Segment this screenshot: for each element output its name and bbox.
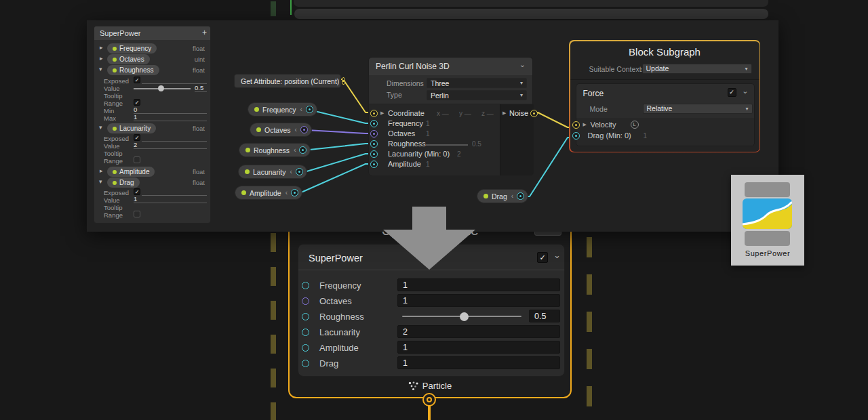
param-node-amplitude[interactable]: Amplitude ‹ [235, 186, 302, 200]
flow-anchor-dash-green [271, 1, 276, 16]
bb-pill-roughness[interactable]: Roughness [107, 65, 159, 75]
port-float-out-icon[interactable] [517, 192, 524, 200]
exposed-checkbox[interactable]: ✓ [134, 77, 140, 83]
param-node-roughness[interactable]: Roughness ‹ [239, 143, 311, 157]
param-node-drag[interactable]: Drag ‹ [477, 189, 528, 203]
get-attribute-node[interactable]: Get Attribute: position (Current) [234, 74, 341, 88]
port-float-icon[interactable] [302, 360, 309, 367]
expander-icon[interactable]: ▶ [380, 110, 384, 116]
port-float-out-icon[interactable] [306, 106, 313, 113]
range-checkbox[interactable]: ✓ [134, 99, 140, 106]
port-float-in-icon[interactable] [370, 150, 378, 158]
port-float-in-icon[interactable] [370, 120, 378, 127]
collapse-icon[interactable]: ‹ [511, 192, 513, 200]
port-float-icon[interactable] [302, 313, 309, 320]
param-node-octaves[interactable]: Octaves ‹ [250, 123, 312, 137]
collapse-icon[interactable]: ‹ [295, 126, 297, 133]
field-label: Range [104, 211, 123, 219]
force-block[interactable]: Force ✓ ⌄ Mode Relative ▾ ▶ Velocity L [576, 83, 755, 146]
value-field[interactable]: 1 [134, 195, 207, 203]
param-dot-icon [245, 169, 250, 174]
value-field[interactable]: 1 [397, 294, 560, 307]
param-node-frequency[interactable]: Frequency ‹ [248, 102, 317, 117]
value-field[interactable]: 1 [397, 278, 560, 291]
port-float-icon[interactable] [302, 329, 309, 336]
expand-icon[interactable]: ▾ [99, 124, 102, 131]
bb-pill-amplitude[interactable]: Amplitude [107, 167, 155, 177]
expander-icon[interactable]: ▶ [502, 110, 506, 116]
superpower-asset-card[interactable]: SuperPower [731, 175, 804, 266]
bb-pill-lacunarity[interactable]: Lacunarity [107, 123, 156, 133]
local-space-badge[interactable]: L [631, 121, 639, 129]
slider-handle[interactable] [460, 312, 469, 321]
port-coordinate-in-icon[interactable] [370, 110, 378, 117]
param-dot-icon [245, 148, 250, 152]
dimensions-dropdown[interactable]: Three ▾ [427, 78, 527, 88]
check-icon: ✓ [135, 135, 140, 141]
force-enabled-checkbox[interactable]: ✓ [728, 88, 736, 97]
port-velocity-in-icon[interactable] [572, 121, 580, 129]
port-uint-in-icon[interactable] [370, 130, 378, 138]
expand-icon[interactable]: ▸ [100, 44, 103, 51]
value-field[interactable]: 2 [134, 141, 207, 149]
bb-slider-value[interactable]: 0.5 [195, 84, 207, 92]
blackboard-panel[interactable]: SuperPower + ▸ Frequency float ▸ Octaves… [94, 26, 211, 224]
input-row-amplitude: Amplitude 1 [369, 159, 500, 169]
expand-icon[interactable]: ▾ [99, 66, 102, 72]
port-float-out-icon[interactable] [296, 168, 303, 175]
port-float-in-icon[interactable] [370, 140, 378, 148]
expand-icon[interactable]: ▾ [99, 178, 102, 185]
collapse-icon[interactable]: ‹ [294, 146, 296, 154]
range-checkbox[interactable] [134, 211, 140, 217]
field-label: Exposed [104, 77, 129, 85]
port-uint-out-icon[interactable] [300, 126, 308, 133]
port-uint-icon[interactable] [302, 297, 309, 305]
bb-pill-drag[interactable]: Drag [107, 177, 140, 188]
port-float-in-icon[interactable] [370, 161, 378, 168]
perlin-curl-noise-node[interactable]: Perlin Curl Noise 3D ⌄ Dimensions Three … [368, 57, 533, 175]
type-dropdown[interactable]: Perlin ▾ [427, 90, 527, 100]
param-node-lacunarity[interactable]: Lacunarity ‹ [238, 165, 307, 179]
value-field[interactable]: 1 [397, 356, 560, 369]
collapse-icon[interactable]: ‹ [290, 168, 292, 175]
value-field[interactable]: 1 [397, 341, 560, 354]
value-field[interactable]: 0.5 [529, 310, 560, 322]
property-label: Frequency [119, 45, 151, 52]
block-collapse-chevron-icon[interactable]: ⌄ [553, 250, 561, 260]
update-particle-context[interactable]: Update Particle SuperPower ✓ ⌄ Frequency… [288, 215, 572, 398]
bb-pill-octaves[interactable]: Octaves [107, 54, 150, 64]
param-dot-icon [113, 127, 117, 131]
field-label: Tooltip [104, 150, 122, 157]
input-row-frequency: Frequency 1 [369, 119, 500, 129]
bb-slider-handle[interactable] [158, 85, 164, 91]
context-output-port[interactable] [422, 393, 436, 406]
exposed-checkbox[interactable]: ✓ [134, 134, 140, 141]
node-collapse-chevron-icon[interactable]: ⌄ [519, 60, 526, 69]
range-checkbox[interactable] [134, 156, 140, 163]
expand-icon[interactable]: ▸ [100, 167, 103, 174]
port-float-out-icon[interactable] [291, 189, 298, 196]
port-float-icon[interactable] [302, 282, 309, 289]
add-property-button[interactable]: + [202, 28, 207, 37]
collapse-icon[interactable]: ‹ [285, 189, 288, 196]
block-enabled-checkbox[interactable]: ✓ [537, 252, 548, 263]
port-drag-in-icon[interactable] [572, 132, 580, 140]
value-field[interactable]: 2 [397, 325, 560, 338]
exposed-checkbox[interactable]: ✓ [134, 188, 140, 195]
max-field[interactable]: 1 [134, 113, 207, 121]
expand-icon[interactable]: ▸ [100, 55, 103, 62]
port-noise-out-icon[interactable] [530, 110, 538, 117]
mode-dropdown[interactable]: Relative ▾ [643, 104, 753, 114]
suitable-contexts-dropdown[interactable]: Update ▾ [642, 64, 752, 74]
superpower-block[interactable]: SuperPower ✓ ⌄ Frequency 1 Octaves 1 Rou… [298, 244, 565, 377]
collapse-icon[interactable]: ‹ [300, 106, 302, 113]
bb-pill-frequency[interactable]: Frequency [107, 43, 157, 54]
block-subgraph-panel[interactable]: Block Subgraph Suitable Contexts Update … [569, 40, 760, 152]
blackboard-header: SuperPower + [94, 26, 210, 40]
port-float-icon[interactable] [302, 344, 309, 352]
force-collapse-chevron-icon[interactable]: ⌄ [742, 87, 748, 96]
check-icon: ✓ [539, 253, 545, 262]
setting-label: Dimensions [387, 79, 424, 87]
expander-icon[interactable]: ▶ [583, 122, 587, 127]
port-float-out-icon[interactable] [299, 146, 307, 154]
